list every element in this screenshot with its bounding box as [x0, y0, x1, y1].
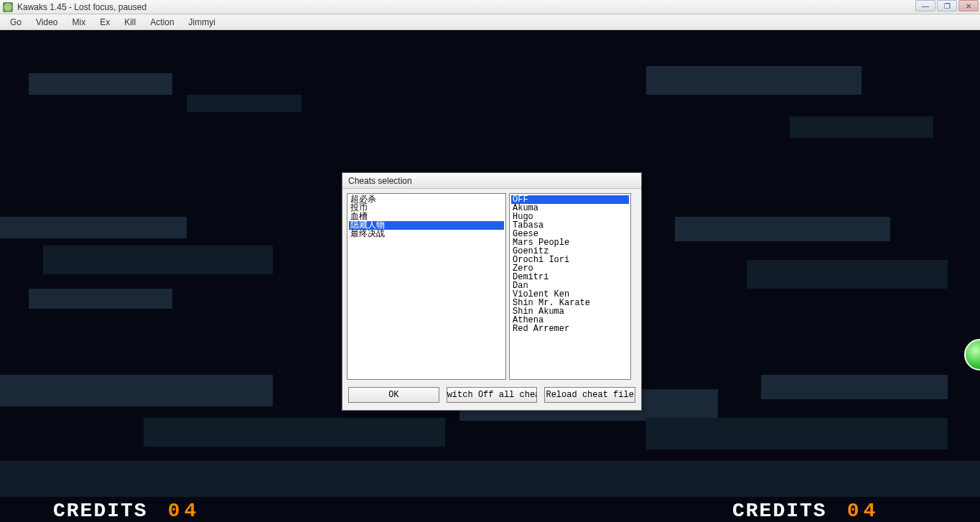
cloud	[0, 375, 273, 406]
game-area: CREDITS 04 CREDITS 04 Cheats selection 超…	[0, 30, 980, 522]
cloud	[790, 116, 933, 138]
reload-button[interactable]: Reload cheat file	[544, 387, 635, 403]
cloud	[646, 418, 948, 449]
credits-right: CREDITS 04	[732, 500, 879, 522]
cloud	[646, 66, 862, 95]
credits-left: CREDITS 04	[53, 500, 200, 522]
menu-ex[interactable]: Ex	[93, 16, 117, 29]
minimize-button[interactable]: —	[915, 0, 935, 11]
menu-video[interactable]: Video	[29, 16, 65, 29]
close-button[interactable]: ✕	[958, 0, 979, 11]
switch-off-button[interactable]: witch Off all cheat	[447, 387, 538, 403]
player-indicator-icon	[964, 339, 980, 370]
dialog-titlebar[interactable]: Cheats selection	[342, 173, 641, 189]
titlebar: Kawaks 1.45 - Lost focus, paused — ❐ ✕	[0, 0, 980, 14]
window-title: Kawaks 1.45 - Lost focus, paused	[17, 2, 146, 12]
credits-value: 04	[847, 500, 880, 522]
cloud	[29, 289, 172, 309]
window-controls: — ❐ ✕	[915, 0, 979, 11]
cloud	[187, 95, 302, 112]
maximize-button[interactable]: ❐	[937, 0, 957, 11]
dialog-body: 超必杀投币血槽隐藏人物最终决战 OFFAkumaHugoTabasaGeeseM…	[342, 189, 641, 410]
list-item[interactable]: 最终决战	[349, 230, 504, 238]
list-item[interactable]: 投币	[349, 204, 504, 213]
list-item[interactable]: Demitri	[511, 273, 629, 281]
app-icon	[3, 2, 13, 12]
ok-button[interactable]: OK	[348, 387, 439, 403]
menubar: Go Video Mix Ex Kill Action Jimmyi	[0, 14, 980, 30]
cloud	[675, 217, 890, 241]
credits-value: 04	[168, 500, 201, 522]
menu-action[interactable]: Action	[143, 16, 181, 29]
cheats-dialog: Cheats selection 超必杀投币血槽隐藏人物最终决战 OFFAkum…	[342, 172, 642, 411]
credits-label: CREDITS	[53, 500, 148, 522]
cloud	[0, 217, 187, 238]
cloud	[43, 246, 273, 274]
list-item[interactable]: Red Arremer	[511, 325, 629, 333]
cloud	[761, 375, 948, 399]
menu-mix[interactable]: Mix	[65, 16, 93, 29]
dialog-title: Cheats selection	[348, 176, 412, 186]
cheat-value-list[interactable]: OFFAkumaHugoTabasaGeeseMars PeopleGoenit…	[509, 193, 631, 380]
credits-label: CREDITS	[732, 500, 827, 522]
cloud	[747, 260, 948, 289]
list-item[interactable]: 超必杀	[349, 195, 504, 204]
cloud	[29, 73, 172, 95]
cheat-category-list[interactable]: 超必杀投币血槽隐藏人物最终决战	[347, 193, 506, 380]
cloud	[144, 418, 445, 447]
menu-kill[interactable]: Kill	[117, 16, 143, 29]
menu-go[interactable]: Go	[3, 16, 29, 29]
menu-jimmyi[interactable]: Jimmyi	[182, 16, 223, 29]
cloud	[0, 461, 980, 497]
